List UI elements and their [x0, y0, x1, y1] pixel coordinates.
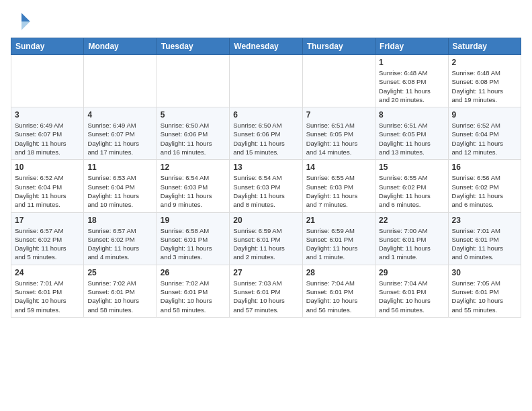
calendar-cell: 21Sunrise: 6:59 AM Sunset: 6:01 PM Dayli… — [302, 212, 375, 265]
header — [11, 11, 521, 32]
day-number: 3 — [15, 110, 80, 120]
day-info: Sunrise: 6:49 AM Sunset: 6:07 PM Dayligh… — [87, 121, 152, 156]
calendar-cell: 25Sunrise: 7:02 AM Sunset: 6:01 PM Dayli… — [84, 265, 157, 317]
calendar-cell: 18Sunrise: 6:57 AM Sunset: 6:02 PM Dayli… — [84, 212, 157, 265]
day-number: 12 — [161, 163, 226, 172]
day-number: 1 — [379, 58, 444, 67]
day-info: Sunrise: 6:57 AM Sunset: 6:02 PM Dayligh… — [15, 226, 80, 262]
calendar-cell — [84, 55, 157, 107]
calendar-week-row: 10Sunrise: 6:52 AM Sunset: 6:04 PM Dayli… — [11, 160, 521, 212]
day-number: 24 — [15, 268, 80, 277]
day-info: Sunrise: 7:03 AM Sunset: 6:01 PM Dayligh… — [233, 279, 298, 314]
day-info: Sunrise: 6:51 AM Sunset: 6:05 PM Dayligh… — [379, 121, 444, 156]
day-number: 10 — [15, 163, 80, 172]
calendar-cell: 19Sunrise: 6:58 AM Sunset: 6:01 PM Dayli… — [157, 212, 229, 265]
calendar-cell: 5Sunrise: 6:50 AM Sunset: 6:06 PM Daylig… — [157, 107, 229, 160]
day-number: 20 — [233, 216, 298, 225]
calendar-cell: 8Sunrise: 6:51 AM Sunset: 6:05 PM Daylig… — [375, 107, 448, 160]
day-number: 7 — [306, 110, 371, 120]
day-number: 30 — [452, 268, 517, 277]
day-info: Sunrise: 6:49 AM Sunset: 6:07 PM Dayligh… — [15, 121, 80, 156]
day-info: Sunrise: 7:02 AM Sunset: 6:01 PM Dayligh… — [87, 279, 152, 314]
calendar-cell — [230, 55, 302, 107]
day-number: 2 — [452, 58, 517, 67]
calendar-cell: 15Sunrise: 6:55 AM Sunset: 6:02 PM Dayli… — [375, 160, 448, 212]
day-number: 28 — [306, 268, 371, 277]
day-info: Sunrise: 7:01 AM Sunset: 6:01 PM Dayligh… — [452, 226, 517, 262]
day-number: 26 — [161, 268, 226, 277]
day-info: Sunrise: 6:56 AM Sunset: 6:02 PM Dayligh… — [452, 173, 517, 209]
svg-marker-0 — [21, 13, 30, 21]
calendar-cell: 30Sunrise: 7:05 AM Sunset: 6:01 PM Dayli… — [448, 265, 521, 317]
day-info: Sunrise: 6:53 AM Sunset: 6:04 PM Dayligh… — [87, 173, 152, 209]
calendar-cell — [302, 55, 375, 107]
weekday-header-monday: Monday — [84, 38, 157, 55]
day-info: Sunrise: 6:59 AM Sunset: 6:01 PM Dayligh… — [233, 226, 298, 262]
calendar-cell — [11, 55, 84, 107]
weekday-header-tuesday: Tuesday — [157, 38, 229, 55]
calendar-cell: 11Sunrise: 6:53 AM Sunset: 6:04 PM Dayli… — [84, 160, 157, 212]
day-info: Sunrise: 6:58 AM Sunset: 6:01 PM Dayligh… — [161, 226, 226, 262]
calendar-cell: 23Sunrise: 7:01 AM Sunset: 6:01 PM Dayli… — [448, 212, 521, 265]
day-number: 19 — [161, 216, 226, 225]
day-info: Sunrise: 7:04 AM Sunset: 6:01 PM Dayligh… — [306, 279, 371, 314]
calendar: SundayMondayTuesdayWednesdayThursdayFrid… — [11, 38, 521, 318]
day-info: Sunrise: 6:52 AM Sunset: 6:04 PM Dayligh… — [452, 121, 517, 156]
calendar-cell: 12Sunrise: 6:54 AM Sunset: 6:03 PM Dayli… — [157, 160, 229, 212]
day-number: 16 — [452, 163, 517, 172]
calendar-cell: 9Sunrise: 6:52 AM Sunset: 6:04 PM Daylig… — [448, 107, 521, 160]
weekday-header-wednesday: Wednesday — [230, 38, 302, 55]
calendar-cell: 7Sunrise: 6:51 AM Sunset: 6:05 PM Daylig… — [302, 107, 375, 160]
logo-icon — [11, 11, 32, 32]
day-info: Sunrise: 7:05 AM Sunset: 6:01 PM Dayligh… — [452, 279, 517, 314]
day-number: 9 — [452, 110, 517, 120]
page: SundayMondayTuesdayWednesdayThursdayFrid… — [0, 0, 532, 328]
day-number: 14 — [306, 163, 371, 172]
calendar-cell: 27Sunrise: 7:03 AM Sunset: 6:01 PM Dayli… — [230, 265, 302, 317]
calendar-cell: 3Sunrise: 6:49 AM Sunset: 6:07 PM Daylig… — [11, 107, 84, 160]
calendar-cell: 29Sunrise: 7:04 AM Sunset: 6:01 PM Dayli… — [375, 265, 448, 317]
calendar-cell: 17Sunrise: 6:57 AM Sunset: 6:02 PM Dayli… — [11, 212, 84, 265]
day-info: Sunrise: 6:57 AM Sunset: 6:02 PM Dayligh… — [87, 226, 152, 262]
calendar-week-row: 24Sunrise: 7:01 AM Sunset: 6:01 PM Dayli… — [11, 265, 521, 317]
calendar-week-row: 17Sunrise: 6:57 AM Sunset: 6:02 PM Dayli… — [11, 212, 521, 265]
calendar-cell: 28Sunrise: 7:04 AM Sunset: 6:01 PM Dayli… — [302, 265, 375, 317]
day-number: 11 — [87, 163, 152, 172]
calendar-cell: 1Sunrise: 6:48 AM Sunset: 6:08 PM Daylig… — [375, 55, 448, 107]
day-info: Sunrise: 6:48 AM Sunset: 6:08 PM Dayligh… — [452, 68, 517, 104]
day-info: Sunrise: 6:51 AM Sunset: 6:05 PM Dayligh… — [306, 121, 371, 156]
day-number: 4 — [87, 110, 152, 120]
calendar-cell — [157, 55, 229, 107]
logo — [11, 11, 35, 32]
day-info: Sunrise: 6:55 AM Sunset: 6:03 PM Dayligh… — [306, 173, 371, 209]
day-number: 5 — [161, 110, 226, 120]
weekday-header-row: SundayMondayTuesdayWednesdayThursdayFrid… — [11, 38, 521, 55]
day-info: Sunrise: 6:50 AM Sunset: 6:06 PM Dayligh… — [233, 121, 298, 156]
weekday-header-sunday: Sunday — [11, 38, 84, 55]
day-number: 27 — [233, 268, 298, 277]
weekday-header-saturday: Saturday — [448, 38, 521, 55]
weekday-header-thursday: Thursday — [302, 38, 375, 55]
calendar-cell: 26Sunrise: 7:02 AM Sunset: 6:01 PM Dayli… — [157, 265, 229, 317]
day-info: Sunrise: 6:55 AM Sunset: 6:02 PM Dayligh… — [379, 173, 444, 209]
day-info: Sunrise: 6:50 AM Sunset: 6:06 PM Dayligh… — [161, 121, 226, 156]
day-number: 25 — [87, 268, 152, 277]
calendar-week-row: 1Sunrise: 6:48 AM Sunset: 6:08 PM Daylig… — [11, 55, 521, 107]
day-number: 21 — [306, 216, 371, 225]
calendar-cell: 2Sunrise: 6:48 AM Sunset: 6:08 PM Daylig… — [448, 55, 521, 107]
day-info: Sunrise: 7:00 AM Sunset: 6:01 PM Dayligh… — [379, 226, 444, 262]
calendar-cell: 24Sunrise: 7:01 AM Sunset: 6:01 PM Dayli… — [11, 265, 84, 317]
day-number: 22 — [379, 216, 444, 225]
day-number: 8 — [379, 110, 444, 120]
day-info: Sunrise: 6:59 AM Sunset: 6:01 PM Dayligh… — [306, 226, 371, 262]
day-info: Sunrise: 6:52 AM Sunset: 6:04 PM Dayligh… — [15, 173, 80, 209]
weekday-header-friday: Friday — [375, 38, 448, 55]
day-number: 18 — [87, 216, 152, 225]
calendar-week-row: 3Sunrise: 6:49 AM Sunset: 6:07 PM Daylig… — [11, 107, 521, 160]
calendar-cell: 20Sunrise: 6:59 AM Sunset: 6:01 PM Dayli… — [230, 212, 302, 265]
day-info: Sunrise: 7:04 AM Sunset: 6:01 PM Dayligh… — [379, 279, 444, 314]
calendar-cell: 10Sunrise: 6:52 AM Sunset: 6:04 PM Dayli… — [11, 160, 84, 212]
day-number: 13 — [233, 163, 298, 172]
day-number: 29 — [379, 268, 444, 277]
calendar-cell: 16Sunrise: 6:56 AM Sunset: 6:02 PM Dayli… — [448, 160, 521, 212]
